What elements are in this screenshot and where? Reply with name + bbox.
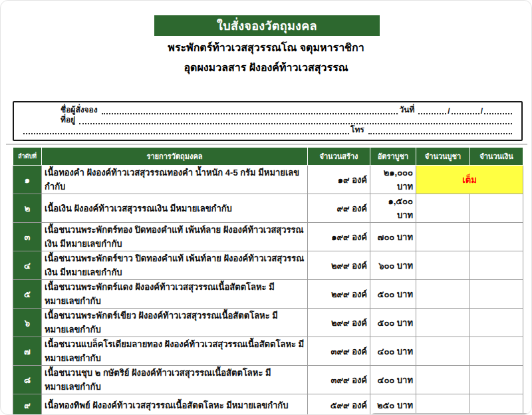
- row-number-cell: ๔: [13, 251, 42, 280]
- price-cell: ๗๐๐ บาท: [370, 223, 416, 251]
- row-number-cell: ๗: [13, 337, 42, 366]
- section-divider: [6, 144, 527, 145]
- row-number-cell: ๘: [13, 366, 42, 394]
- full-status-cell: เต็ม: [416, 166, 523, 194]
- order-quantity-cell: [416, 194, 470, 223]
- table-header-row: ลำดับที่ รายการวัตถุมงคล จำนวนสร้าง อัตร…: [13, 148, 523, 166]
- order-quantity-cell: [416, 280, 470, 309]
- column-header-quantity-made: จำนวนสร้าง: [308, 148, 370, 166]
- price-cell: ๔๐๐ บาท: [370, 337, 416, 366]
- document-subtitle-1: พระพักตร์ท้าวเวสสุวรรณโณ จตุมหาราชิกา: [1, 39, 531, 56]
- customer-info-box: ชื่อผู้สั่งจอง วันที่ / / ที่อยู่ โทร: [13, 101, 523, 141]
- quantity-made-cell: ๑๙๙ องค์: [308, 223, 370, 251]
- table-row: ๑เนื้อทองคำ ฝังองค์ท้าวเวสสุวรรณทองคำ น้…: [13, 166, 523, 194]
- address-label: ที่อยู่: [61, 113, 78, 126]
- item-name-cell: เนื้อชนวนชุบ ๒ กษัตริย์ ฝังองค์ท้าวเวสสุ…: [42, 366, 308, 394]
- column-header-amount: จำนวนเงิน: [470, 148, 523, 166]
- document-title-banner: ใบสั่งจองวัตถุมงคล: [154, 15, 380, 36]
- column-header-number: ลำดับที่: [13, 148, 42, 166]
- item-name-cell: เนื้อเงิน ฝังองค์ท้าวเวสสุวรรณเงิน มีหมา…: [42, 194, 308, 223]
- table-row: ๓เนื้อชนวนพระพักตร์ทอง ปิดทองคำแท้ เพ้นท…: [13, 223, 523, 251]
- amount-cell: [470, 394, 523, 415]
- order-quantity-cell: [416, 309, 470, 337]
- table-row: ๖เนื้อชนวนพระพักตร์เขียว ฝังองค์ท้าวเวสส…: [13, 309, 523, 337]
- order-quantity-cell: [416, 394, 470, 415]
- date-slash-1: /: [448, 106, 450, 116]
- column-header-item: รายการวัตถุมงคล: [42, 148, 308, 166]
- quantity-made-cell: ๒๙๙ องค์: [308, 309, 370, 337]
- price-cell: ๔๐๐ บาท: [370, 366, 416, 394]
- item-name-cell: เนื้อชนวนพระพักตร์ทอง ปิดทองคำแท้ เพ้นท์…: [42, 223, 308, 251]
- item-name-cell: เนื้อชนวนพระพักตร์แดง ฝังองค์ท้าวเวสสุวร…: [42, 280, 308, 309]
- amount-cell: [470, 223, 523, 251]
- price-cell: ๒๑,๐๐๐ บาท: [370, 166, 416, 194]
- quantity-made-cell: ๑๙ องค์: [308, 166, 370, 194]
- row-number-cell: ๙: [13, 394, 42, 415]
- document-subtitle-2: อุดผงมวลสาร ฝังองค์ท้าวเวสสุวรรณ: [1, 59, 531, 76]
- order-quantity-cell: [416, 337, 470, 366]
- quantity-made-cell: ๓๙๙ องค์: [308, 366, 370, 394]
- column-header-order-quantity: จำนวนบูชา: [416, 148, 470, 166]
- price-cell: ๕๐๐ บาท: [370, 309, 416, 337]
- row-number-cell: ๓: [13, 223, 42, 251]
- name-and-date-line: ชื่อผู้สั่งจอง วันที่ / /: [22, 106, 513, 116]
- quantity-made-cell: ๓๙๙ องค์: [308, 337, 370, 366]
- row-number-cell: ๕: [13, 280, 42, 309]
- amount-cell: [470, 366, 523, 394]
- table-row: ๘เนื้อชนวนชุบ ๒ กษัตริย์ ฝังองค์ท้าวเวสส…: [13, 366, 523, 394]
- item-name-cell: เนื้อชนวนพระพักตร์เขียว ฝังองค์ท้าวเวสสุ…: [42, 309, 308, 337]
- order-quantity-cell: [416, 366, 470, 394]
- item-name-cell: เนื้อทองคำ ฝังองค์ท้าวเวสสุวรรณทองคำ น้ำ…: [42, 166, 308, 194]
- date-day-field: [418, 108, 446, 114]
- amount-cell: [470, 309, 523, 337]
- item-name-cell: เนื้อชนวนพระพักตร์ขาว ปิดทองคำแท้ เพ้นท์…: [42, 251, 308, 280]
- order-quantity-cell: [416, 223, 470, 251]
- amulet-order-table: ลำดับที่ รายการวัตถุมงคล จำนวนสร้าง อัตร…: [13, 147, 523, 415]
- amount-cell: [470, 194, 523, 223]
- date-label: วันที่: [399, 103, 417, 116]
- address-field: [79, 118, 512, 124]
- document-title: ใบสั่งจองวัตถุมงคล: [217, 16, 317, 35]
- date-month-field: [452, 108, 479, 114]
- row-number-cell: ๑: [13, 166, 42, 194]
- quantity-made-cell: ๙๙ องค์: [308, 194, 370, 223]
- table-row: ๕เนื้อชนวนพระพักตร์แดง ฝังองค์ท้าวเวสสุว…: [13, 280, 523, 309]
- table-row: ๔เนื้อชนวนพระพักตร์ขาว ปิดทองคำแท้ เพ้นท…: [13, 251, 523, 280]
- order-quantity-cell: [416, 251, 470, 280]
- item-name-cell: เนื้อทองทิพย์ ฝังองค์ท้าวเวสสุวรรณเนื้อส…: [42, 394, 308, 415]
- address2-and-phone-line: โทร: [22, 126, 513, 136]
- column-header-price: อัตราบูชา: [370, 148, 416, 166]
- quantity-made-cell: ๒๙๙ องค์: [308, 251, 370, 280]
- address-line: ที่อยู่: [22, 116, 513, 126]
- quantity-made-cell: ๕๙๙ องค์: [308, 394, 370, 415]
- table-row: ๗เนื้อชนวนแบล็คโรเดียมลายทอง ฝังองค์ท้าว…: [13, 337, 523, 366]
- item-name-cell: เนื้อชนวนแบล็คโรเดียมลายทอง ฝังองค์ท้าวเ…: [42, 337, 308, 366]
- table-row: ๙เนื้อทองทิพย์ ฝังองค์ท้าวเวสสุวรรณเนื้อ…: [13, 394, 523, 415]
- price-cell: ๖๐๐ บาท: [370, 251, 416, 280]
- price-cell: ๕๐๐ บาท: [370, 280, 416, 309]
- order-form-document: ใบสั่งจองวัตถุมงคล พระพักตร์ท้าวเวสสุวรร…: [0, 0, 532, 415]
- amount-cell: [470, 280, 523, 309]
- row-number-cell: ๖: [13, 309, 42, 337]
- address-field-2: [23, 128, 349, 134]
- date-slash-2: /: [481, 106, 483, 116]
- price-cell: ๑,๕๐๐ บาท: [370, 194, 416, 223]
- amount-cell: [470, 251, 523, 280]
- phone-field: [368, 128, 512, 134]
- row-number-cell: ๒: [13, 194, 42, 223]
- price-cell: ๒๕๐ บาท: [370, 394, 416, 415]
- quantity-made-cell: ๒๙๙ องค์: [308, 280, 370, 309]
- date-year-field: [484, 108, 512, 114]
- phone-label: โทร: [350, 123, 367, 136]
- customer-name-field: [102, 108, 398, 114]
- table-row: ๒เนื้อเงิน ฝังองค์ท้าวเวสสุวรรณเงิน มีหม…: [13, 194, 523, 223]
- amount-cell: [470, 337, 523, 366]
